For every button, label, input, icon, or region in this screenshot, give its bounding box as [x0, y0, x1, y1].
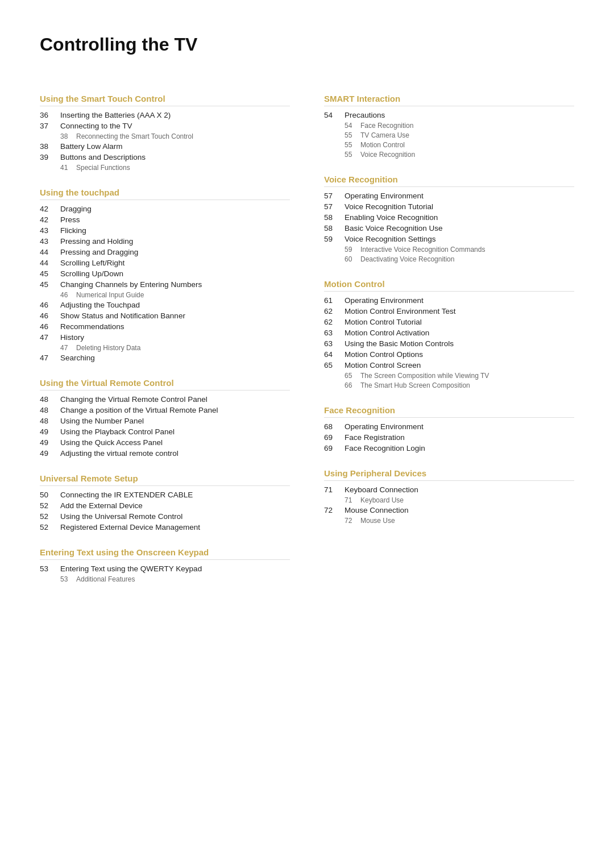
entry-text: Voice Recognition Settings: [345, 235, 436, 243]
entry-text: Enabling Voice Recognition: [345, 213, 438, 222]
section-heading: Using Peripheral Devices: [324, 468, 574, 481]
toc-sub-entry: 46Numerical Input Guide: [60, 291, 290, 299]
page-number: 64: [324, 350, 345, 359]
page-number: 65: [324, 361, 345, 369]
section-heading: Using the Smart Touch Control: [40, 94, 290, 106]
page-number: 69: [324, 444, 345, 452]
entry-text: History: [60, 333, 84, 342]
page-number: 69: [324, 433, 345, 442]
toc-sub-entry: 47Deleting History Data: [60, 344, 290, 352]
section-heading: Universal Remote Setup: [40, 474, 290, 486]
entry-text: Change a position of the Virtual Remote …: [60, 406, 218, 414]
toc-sub-entry: 65The Screen Composition while Viewing T…: [345, 372, 574, 380]
section-heading: Using the Virtual Remote Control: [40, 378, 290, 391]
entry-text: Face Registration: [345, 433, 405, 442]
sub-page-number: 46: [60, 291, 76, 299]
page-number: 46: [40, 322, 60, 331]
page-number: 54: [324, 111, 345, 119]
page-number: 45: [40, 269, 60, 278]
page-number: 63: [324, 339, 345, 348]
page-number: 44: [40, 259, 60, 267]
entry-text: Recommendations: [60, 322, 125, 331]
sub-entry-text: Deleting History Data: [76, 344, 140, 352]
entry-text: Connecting to the TV: [60, 122, 132, 130]
toc-sub-entry: 55Voice Recognition: [345, 151, 574, 159]
sub-entry-text: Reconnecting the Smart Touch Control: [76, 132, 193, 140]
sub-entry-text: Deactivating Voice Recognition: [360, 255, 454, 263]
toc-entry: 68Operating Environment: [324, 422, 574, 431]
entry-text: Precautions: [345, 111, 385, 119]
sub-entry-text: The Screen Composition while Viewing TV: [360, 372, 489, 380]
sub-entry-text: Voice Recognition: [360, 151, 415, 159]
entry-text: Changing Channels by Entering Numbers: [60, 280, 202, 289]
entry-text: Voice Recognition Tutorial: [345, 202, 433, 211]
sub-entry-text: Motion Control: [360, 141, 405, 149]
toc-entry: 52Registered External Device Management: [40, 523, 290, 531]
toc-entry: 38Battery Low Alarm: [40, 142, 290, 151]
page-number: 43: [40, 226, 60, 235]
toc-sub-entry: 66The Smart Hub Screen Composition: [345, 381, 574, 389]
entry-text: Using the Basic Motion Controls: [345, 339, 454, 348]
section-heading: Using the touchpad: [40, 188, 290, 200]
entry-text: Basic Voice Recognition Use: [345, 224, 443, 232]
section-heading: Voice Recognition: [324, 175, 574, 187]
toc-entry: 46Adjusting the Touchpad: [40, 301, 290, 309]
toc-entry: 63Using the Basic Motion Controls: [324, 339, 574, 348]
entry-text: Registered External Device Management: [60, 523, 200, 531]
entry-text: Pressing and Holding: [60, 237, 133, 246]
toc-entry: 52Add the External Device: [40, 501, 290, 510]
sub-page-number: 38: [60, 132, 76, 140]
page-number: 49: [40, 438, 60, 447]
toc-sub-entry: 54Face Recognition: [345, 122, 574, 130]
page-number: 52: [40, 523, 60, 531]
entry-text: Scrolling Left/Right: [60, 259, 125, 267]
entry-text: Using the Playback Control Panel: [60, 427, 175, 436]
page-number: 45: [40, 280, 60, 289]
entry-text: Face Recognition Login: [345, 444, 425, 452]
toc-entry: 65Motion Control Screen: [324, 361, 574, 369]
sub-page-number: 66: [345, 381, 360, 389]
entry-text: Inserting the Batteries (AAA X 2): [60, 111, 171, 119]
page-number: 59: [324, 235, 345, 243]
page-number: 48: [40, 395, 60, 404]
entry-text: Adjusting the Touchpad: [60, 301, 140, 309]
left-column: Using the Smart Touch Control36Inserting…: [40, 78, 290, 585]
entry-text: Show Status and Notification Banner: [60, 312, 185, 320]
toc-entry: 46Show Status and Notification Banner: [40, 312, 290, 320]
entry-text: Pressing and Dragging: [60, 248, 138, 256]
entry-text: Flicking: [60, 226, 86, 235]
page-number: 57: [324, 192, 345, 200]
page-number: 44: [40, 248, 60, 256]
page-number: 38: [40, 142, 60, 151]
entry-text: Press: [60, 215, 80, 224]
page-number: 58: [324, 224, 345, 232]
right-column: SMART Interaction54Precautions54Face Rec…: [324, 78, 574, 585]
toc-sub-entry: 59Interactive Voice Recognition Commands: [345, 246, 574, 254]
page-number: 58: [324, 213, 345, 222]
toc-entry: 57Operating Environment: [324, 192, 574, 200]
sub-page-number: 54: [345, 122, 360, 130]
sub-page-number: 72: [345, 517, 360, 525]
toc-entry: 53Entering Text using the QWERTY Keypad: [40, 564, 290, 573]
sub-entry-text: Face Recognition: [360, 122, 413, 130]
entry-text: Connecting the IR EXTENDER CABLE: [60, 491, 193, 499]
page-number: 39: [40, 153, 60, 161]
sub-page-number: 55: [345, 131, 360, 139]
section-heading: Motion Control: [324, 279, 574, 292]
page-number: 50: [40, 491, 60, 499]
entry-text: Mouse Connection: [345, 506, 409, 514]
entry-text: Operating Environment: [345, 192, 424, 200]
entry-text: Battery Low Alarm: [60, 142, 123, 151]
toc-entry: 72Mouse Connection: [324, 506, 574, 514]
page-number: 63: [324, 329, 345, 337]
entry-text: Motion Control Environment Test: [345, 307, 456, 315]
toc-entry: 42Dragging: [40, 205, 290, 213]
entry-text: Using the Number Panel: [60, 417, 144, 425]
entry-text: Add the External Device: [60, 501, 143, 510]
entry-text: Motion Control Options: [345, 350, 423, 359]
toc-entry: 46Recommendations: [40, 322, 290, 331]
toc-entry: 36Inserting the Batteries (AAA X 2): [40, 111, 290, 119]
toc-entry: 62Motion Control Environment Test: [324, 307, 574, 315]
page-number: 47: [40, 354, 60, 362]
entry-text: Motion Control Tutorial: [345, 318, 422, 326]
